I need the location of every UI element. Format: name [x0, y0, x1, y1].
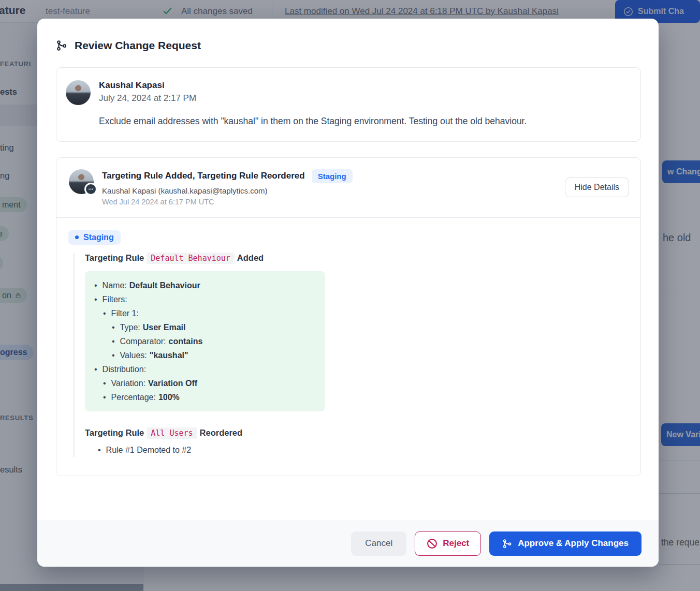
detail-row: Variation:Variation Off	[103, 376, 316, 390]
review-change-request-modal: Review Change Request Kaushal Kapasi Jul…	[37, 19, 659, 567]
detail-row: Rule #1 Demoted to #2	[98, 443, 629, 457]
diff-added-box: Name:Default Behaviour Filters: Filter 1…	[85, 271, 325, 411]
prohibited-icon	[427, 538, 438, 549]
rule-reordered-heading: Targeting RuleAll UsersReordered	[85, 428, 629, 438]
approve-apply-button[interactable]: Approve & Apply Changes	[489, 531, 641, 556]
detail-row: Name:Default Behaviour	[94, 278, 316, 292]
modal-title: Review Change Request	[75, 39, 201, 52]
comment-body: Exclude email addresses with "kaushal" i…	[99, 115, 628, 128]
detail-row: Type:User Email	[112, 320, 316, 334]
details-indent-block: Targeting RuleDefault BehaviourAdded Nam…	[74, 253, 629, 457]
comment-timestamp: July 24, 2024 at 2:17 PM	[99, 93, 196, 104]
change-title: Targeting Rule Added, Targeting Rule Reo…	[102, 171, 305, 181]
git-merge-icon	[56, 40, 67, 51]
modal-footer: Cancel Reject Approve & Apply Changes	[37, 520, 659, 567]
detail-row: Filter 1:	[103, 306, 316, 320]
rule-name-code: All Users	[147, 427, 197, 439]
environment-badge: Staging	[312, 169, 353, 183]
avatar	[66, 80, 91, 105]
environment-pill: Staging	[68, 230, 121, 245]
cancel-button[interactable]: Cancel	[351, 531, 406, 556]
change-details: Staging Targeting RuleDefault BehaviourA…	[56, 218, 640, 476]
ellipsis-badge-icon	[84, 183, 97, 196]
rule-added-heading: Targeting RuleDefault BehaviourAdded	[85, 253, 629, 263]
comment-card: Kaushal Kapasi July 24, 2024 at 2:17 PM …	[56, 67, 641, 142]
detail-row: Filters:	[94, 292, 316, 306]
comment-author: Kaushal Kapasi	[99, 80, 196, 91]
detail-row: Distribution:	[94, 362, 316, 376]
reject-button[interactable]: Reject	[415, 531, 481, 556]
change-author-line: Kaushal Kapasi (kaushal.kapasi@taplytics…	[102, 186, 353, 195]
detail-row: Comparator:contains	[112, 334, 316, 348]
avatar	[69, 169, 94, 194]
hide-details-button[interactable]: Hide Details	[565, 178, 629, 197]
rule-name-code: Default Behaviour	[147, 253, 235, 264]
change-date-line: Wed Jul 24 2024 at 6:17 PM UTC	[102, 198, 353, 206]
git-merge-icon	[502, 539, 512, 549]
detail-row: Percentage:100%	[103, 390, 316, 404]
detail-row: Values:"kaushal"	[112, 348, 316, 362]
env-dot-icon	[75, 235, 79, 239]
change-card: Targeting Rule Added, Targeting Rule Reo…	[56, 157, 641, 476]
